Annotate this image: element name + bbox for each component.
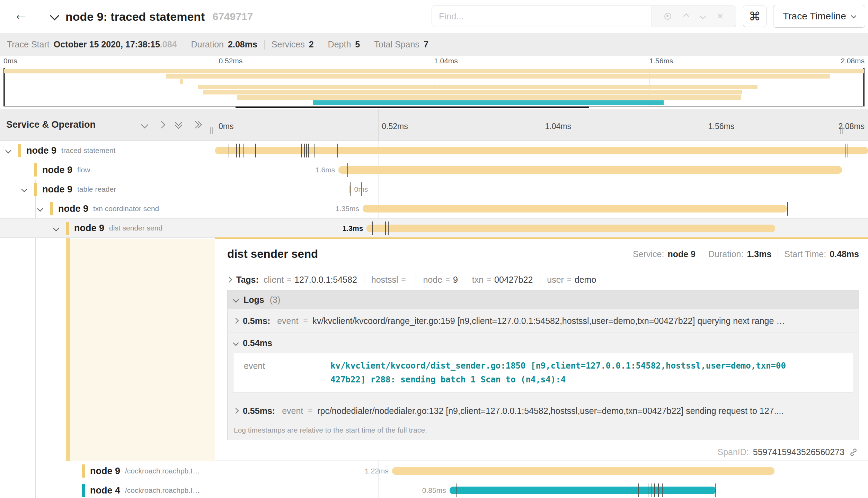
minimap-right-scrubber[interactable] (863, 68, 865, 106)
span-name-row[interactable]: node 9table reader (0, 180, 215, 199)
span-duration-label: 0.85ms (422, 481, 446, 498)
equals-sign: = (308, 406, 312, 415)
trace-summary-bar: Trace StartOctober 15 2020, 17:38:15.084… (0, 33, 868, 56)
span-detail-panel: dist sender send Service: node 9 Duratio… (215, 237, 868, 461)
chevron-down-icon (851, 13, 857, 18)
span-bar-row[interactable]: 1.35ms (215, 199, 868, 218)
prev-result-icon[interactable] (683, 13, 689, 19)
operation-name: txn coordinator send (93, 205, 159, 213)
span-duration-label: 1.6ms (315, 160, 335, 180)
log-event-value: kv/kvclient/kvcoord/dist_sender.go:1850 … (330, 359, 788, 387)
match-target-icon[interactable] (664, 13, 671, 20)
summary-value: 2.08ms (228, 39, 257, 49)
log-marker-tick (648, 483, 648, 497)
service-name: node 9 (90, 466, 120, 477)
trace-minimap[interactable] (3, 68, 865, 107)
log-row[interactable]: 0.5ms: event = kv/kvclient/kvcoord/range… (228, 309, 859, 333)
minimap-viewport-bar[interactable] (236, 107, 589, 108)
span-id-label: SpanID: (717, 447, 749, 457)
tag-key: user (547, 275, 564, 285)
log-marker-tick (652, 483, 652, 497)
span-bar-row[interactable]: 1.3ms (215, 218, 868, 238)
service-name: node 9 (74, 223, 104, 234)
tags-accordion[interactable]: Tags: client=127.0.0.1:54582hostssl=node… (227, 269, 859, 290)
span-bar[interactable] (363, 205, 787, 212)
minimap-left-scrubber[interactable] (3, 68, 5, 106)
span-name-row[interactable]: node 9flow (0, 160, 215, 180)
minimap-span-bar (166, 74, 830, 79)
span-name-row[interactable]: node 9traced statement (0, 141, 215, 160)
start-time-label: Start Time: (784, 249, 826, 259)
minimap-span-bar (180, 79, 183, 84)
log-key: event (233, 359, 330, 387)
collapse-all-icon[interactable] (176, 122, 181, 128)
minimap-span-bar (313, 100, 664, 105)
tag-key: node (423, 275, 442, 285)
clear-search-icon[interactable]: × (717, 11, 723, 21)
summary-value: October 15 2020, 17:38:15 (54, 39, 160, 49)
find-input[interactable] (432, 6, 652, 27)
span-bar-row[interactable] (215, 141, 868, 160)
minimap-span-bar (203, 90, 742, 94)
span-bar[interactable] (338, 166, 842, 174)
minimap-tick-label: 2.08ms (841, 57, 865, 65)
view-selector-button[interactable]: Trace Timeline (773, 5, 865, 28)
expand-span-chevron-icon[interactable] (21, 187, 27, 192)
operation-name: /cockroach.roachpb.I… (125, 486, 200, 495)
span-bar-row[interactable]: 0.85ms (215, 481, 868, 498)
timeline-ruler: 0ms0.52ms1.04ms1.56ms2.08ms (215, 109, 868, 140)
operation-name: /cockroach.roachpb.I… (125, 467, 200, 475)
selected-span-subtree-band (70, 239, 215, 461)
expand-one-icon[interactable] (158, 121, 165, 128)
summary-label: Services (272, 39, 305, 49)
span-bar-row[interactable]: 1.6ms (215, 160, 868, 180)
expand-span-chevron-icon[interactable] (53, 226, 59, 232)
collapse-trace-chevron-icon[interactable] (50, 11, 59, 20)
expand-all-icon[interactable] (193, 122, 201, 127)
span-bar[interactable] (215, 147, 868, 154)
logs-header[interactable]: Logs (3) (228, 290, 859, 309)
summary-divider (184, 40, 184, 49)
back-arrow-button[interactable]: ← (10, 6, 31, 23)
span-bar-row[interactable]: 1.22ms (215, 461, 868, 481)
tag-value: 127.0.0.1:54582 (294, 275, 357, 285)
span-id-row: SpanID: 5597415943526560273 (717, 447, 858, 457)
span-names-column: node 9traced statementnode 9flownode 9ta… (0, 141, 215, 498)
header-divider (39, 0, 39, 33)
expand-span-chevron-icon[interactable] (6, 148, 11, 154)
logs-title: Logs (243, 295, 264, 305)
span-name-row[interactable]: node 4/cockroach.roachpb.I… (0, 481, 215, 498)
tag-value: 00427b22 (494, 275, 533, 285)
tags-list: client=127.0.0.1:54582hostssl=node=9txn=… (264, 274, 596, 285)
log-value: kv/kvclient/kvcoord/range_iter.go:159 [n… (312, 316, 852, 326)
log-marker-tick (654, 483, 655, 497)
span-bar[interactable] (366, 225, 775, 232)
logs-count: (3) (270, 295, 281, 305)
keyboard-shortcuts-button[interactable]: ⌘ (743, 6, 767, 27)
column-resize-grip[interactable] (210, 127, 213, 134)
span-bar-row[interactable]: 0ms (215, 180, 868, 199)
log-marker-tick (658, 483, 659, 497)
chevron-down-icon (233, 340, 239, 346)
span-name-row[interactable]: node 9txn coordinator send (0, 199, 215, 218)
log-marker-tick (385, 221, 386, 235)
log-row-expanded-header[interactable]: 0.54ms (228, 333, 859, 353)
service-name: node 9 (42, 165, 72, 175)
find-suffix-controls: × (652, 6, 736, 27)
log-row[interactable]: 0.55ms: event = rpc/nodedialer/nodediale… (228, 399, 859, 423)
copy-link-icon[interactable] (849, 447, 858, 457)
span-color-swatch (66, 222, 69, 235)
tag-divider (540, 274, 540, 285)
span-bar[interactable] (450, 487, 716, 494)
log-marker-tick (388, 221, 389, 235)
span-bar[interactable] (392, 467, 775, 475)
expand-span-chevron-icon[interactable] (37, 206, 43, 212)
chevron-down-icon (233, 297, 239, 303)
collapse-one-icon[interactable] (141, 121, 148, 128)
ruler-tick-label: 1.56ms (708, 122, 734, 131)
span-name-row[interactable]: node 9/cockroach.roachpb.I… (0, 461, 215, 481)
tag-key: txn (472, 275, 484, 285)
next-result-icon[interactable] (700, 13, 706, 19)
minimap-span-bar (198, 85, 758, 89)
span-name-row[interactable]: node 9dist sender send (0, 218, 215, 238)
